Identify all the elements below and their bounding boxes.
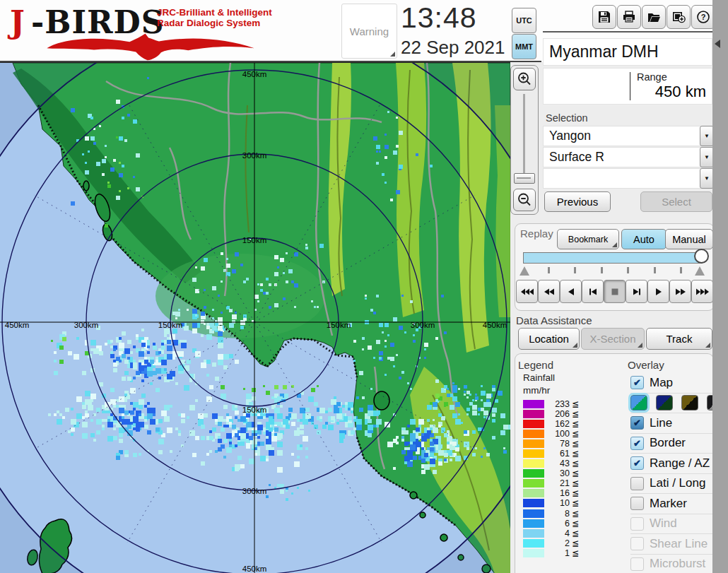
product-dropdown-arrow[interactable]: ▼	[700, 147, 714, 167]
slider-end-marker[interactable]	[695, 266, 705, 276]
site-dropdown[interactable]: Yangon	[543, 126, 701, 146]
manual-button[interactable]: Manual	[665, 229, 713, 249]
tagline-line2: Radar Dialogic System	[157, 18, 291, 28]
option-dropdown-arrow[interactable]: ▼	[700, 168, 714, 189]
replay-slider-handle[interactable]	[694, 249, 709, 264]
auto-button[interactable]: Auto	[621, 229, 667, 249]
legend-row: 10≦	[522, 498, 606, 508]
warning-label: Warning	[350, 25, 389, 37]
previous-button[interactable]: Previous	[544, 191, 611, 212]
checkbox-checked[interactable]: ✔	[630, 456, 644, 470]
legend-row: 2≦	[522, 538, 606, 548]
checkbox-unchecked[interactable]	[630, 497, 644, 510]
zoom-slider-handle[interactable]	[514, 173, 535, 184]
legend-title-rainfall: Rainfall	[523, 372, 555, 383]
save-button[interactable]	[592, 5, 616, 29]
bookmark-button[interactable]: Bookmark	[557, 229, 619, 249]
map-style-swatch-3[interactable]	[681, 395, 698, 410]
slider-tick	[654, 267, 656, 273]
overlay-item-marker[interactable]: Marker	[630, 494, 714, 514]
utc-button[interactable]: UTC	[512, 8, 536, 33]
rewind-fastest-button[interactable]	[516, 280, 538, 303]
legend-color-swatch	[523, 489, 544, 497]
legend-lte-symbol: ≦	[572, 429, 579, 439]
x-section-button[interactable]: X-Section	[581, 328, 645, 350]
play-backward-button[interactable]	[560, 280, 582, 303]
zoom-out-button[interactable]	[513, 189, 536, 211]
location-button[interactable]: Location	[518, 328, 580, 350]
legend-value: 206	[544, 409, 570, 419]
mmt-label: MMT	[515, 42, 533, 51]
legend-color-swatch	[523, 459, 544, 468]
legend-value: 78	[544, 439, 570, 449]
option-dropdown[interactable]	[543, 168, 701, 189]
radar-map[interactable]: 450km300km150km150km300km450km450km300km…	[0, 63, 510, 573]
legend-color-swatch	[523, 469, 544, 478]
image-add-icon	[671, 10, 686, 24]
overlay-item-map[interactable]: ✔Map	[630, 373, 714, 394]
legend-value: 162	[544, 419, 570, 429]
zoom-out-icon	[517, 192, 532, 208]
overlay-item-label: Map	[650, 376, 673, 390]
radar-map-container: 450km300km150km150km300km450km450km300km…	[0, 62, 510, 573]
checkbox-disabled	[630, 517, 644, 531]
forward-fast-icon	[674, 287, 687, 297]
slider-start-marker[interactable]	[519, 266, 529, 276]
overlay-item-lati-long[interactable]: Lati / Long	[630, 474, 714, 495]
overlay-item-shear-line: Shear Line	[630, 534, 714, 555]
legend-row: 162≦	[522, 419, 606, 429]
step-back-button[interactable]	[582, 280, 604, 303]
checkbox-checked[interactable]: ✔	[630, 416, 644, 430]
mmt-button[interactable]: MMT	[512, 34, 536, 59]
slider-tick	[680, 267, 682, 273]
tagline-line1: JRC-Brilliant & Intelligent	[157, 7, 291, 18]
legend-row: 206≦	[522, 409, 606, 419]
replay-slider-track[interactable]	[523, 252, 703, 264]
zoom-slider-track[interactable]	[523, 94, 525, 180]
checkbox-unchecked[interactable]	[630, 477, 644, 490]
app-window: J -BIRDS JRC-Brilliant & Intelligent Rad…	[0, 0, 728, 573]
step-forward-icon	[630, 287, 643, 297]
chevron-down-icon: ▼	[704, 175, 710, 182]
stop-button[interactable]	[604, 280, 626, 303]
overlay-item-border[interactable]: ✔Border	[630, 434, 714, 454]
zoom-in-button[interactable]	[513, 68, 536, 90]
ring-label: 300km	[242, 487, 267, 495]
panel-collapse-strip[interactable]	[712, 0, 728, 573]
print-button[interactable]	[617, 5, 641, 29]
site-dropdown-arrow[interactable]: ▼	[700, 126, 714, 146]
step-forward-button[interactable]	[626, 280, 647, 303]
legend-lte-symbol: ≦	[572, 478, 579, 488]
legend-lte-symbol: ≦	[572, 509, 579, 519]
legend-value: 21	[544, 478, 570, 488]
rewind-fast-button[interactable]	[538, 280, 560, 303]
checkbox-checked[interactable]: ✔	[630, 437, 644, 450]
map-style-swatch-1[interactable]	[630, 395, 647, 410]
replay-label: Replay	[520, 228, 553, 240]
select-button[interactable]: Select	[640, 191, 712, 212]
legend-row: 21≦	[522, 478, 606, 488]
help-button[interactable]: ?	[691, 5, 715, 29]
ring-label: 450km	[5, 321, 30, 329]
track-button[interactable]: Track	[646, 328, 712, 350]
legend-row: 43≦	[522, 459, 606, 468]
play-button[interactable]	[647, 280, 669, 303]
slider-tick	[548, 267, 550, 273]
forward-fastest-button[interactable]	[691, 280, 713, 303]
forward-fast-button[interactable]	[669, 280, 691, 303]
map-style-swatch-2[interactable]	[656, 395, 673, 410]
checkbox-checked[interactable]: ✔	[630, 376, 644, 389]
warning-button[interactable]: Warning	[341, 4, 397, 59]
product-dropdown[interactable]: Surface R	[543, 147, 701, 167]
legend-color-swatch	[523, 430, 544, 438]
overlay-item-line[interactable]: ✔Line	[630, 413, 714, 434]
slider-tick	[574, 267, 576, 273]
rewind-fast-icon	[543, 287, 556, 297]
overlay-item-range-az[interactable]: ✔Range / AZ	[630, 454, 714, 474]
legend-color-swatch	[523, 529, 544, 538]
overlay-item-label: Shear Line	[650, 537, 708, 551]
station-name-box: Myanmar DMH	[543, 38, 712, 66]
slider-tick	[601, 267, 603, 273]
capture-add-button[interactable]	[667, 5, 691, 29]
open-folder-button[interactable]	[642, 5, 666, 29]
